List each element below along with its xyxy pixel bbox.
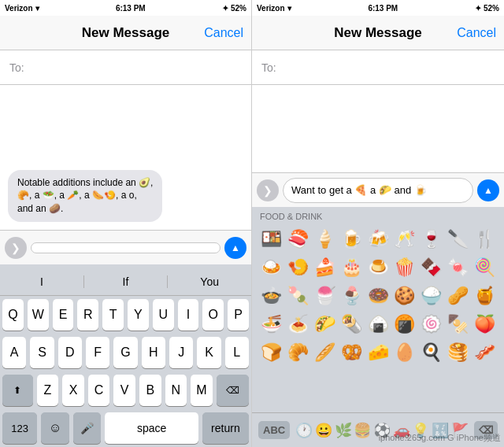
emoji-cell[interactable]: 🍜 [258, 311, 285, 338]
emoji-cell[interactable]: 🥨 [338, 339, 365, 366]
key-num[interactable]: 123 [2, 412, 37, 444]
emoji-cell[interactable]: 🥐 [285, 339, 312, 366]
key-r[interactable]: R [77, 299, 98, 331]
key-a[interactable]: A [2, 337, 26, 368]
key-s[interactable]: S [30, 337, 54, 368]
emoji-cell[interactable]: 🍴 [471, 226, 498, 253]
emoji-cat-nature[interactable]: 🌿 [335, 422, 352, 439]
emoji-cell[interactable]: 🍑 [471, 311, 498, 338]
emoji-cell[interactable]: 🍘 [391, 311, 418, 338]
key-b[interactable]: B [139, 375, 161, 406]
emoji-cell[interactable]: 🥞 [444, 339, 471, 366]
expand-button-right[interactable]: ❯ [257, 179, 279, 201]
key-e[interactable]: E [53, 299, 74, 331]
emoji-cell[interactable]: 🎂 [338, 254, 365, 281]
emoji-cell[interactable]: 🍷 [418, 226, 445, 253]
emoji-cell[interactable]: 🥜 [444, 283, 471, 309]
to-field-right[interactable]: To: [252, 50, 504, 85]
emoji-cell[interactable]: 🍝 [285, 311, 312, 338]
suggestion-i[interactable]: I [0, 275, 84, 288]
emoji-cell[interactable]: 🍺 [338, 226, 365, 253]
emoji-cell[interactable]: 🍻 [365, 226, 391, 253]
emoji-cell[interactable]: 🍞 [258, 339, 285, 366]
emoji-cat-symbols[interactable]: 🔣 [432, 422, 449, 439]
emoji-cell[interactable]: 🌯 [338, 311, 365, 338]
emoji-cell[interactable]: 🍱 [258, 226, 285, 253]
emoji-cell[interactable]: 🍩 [365, 283, 391, 309]
suggestion-you[interactable]: You [168, 275, 251, 288]
emoji-cat-smileys[interactable]: 😀 [315, 422, 332, 439]
emoji-cell[interactable]: 🍧 [312, 283, 339, 309]
key-delete[interactable]: ⌫ [217, 375, 249, 406]
emoji-delete-button[interactable]: ⌫ [474, 421, 498, 439]
emoji-cell[interactable]: 🥓 [471, 339, 498, 366]
key-h[interactable]: H [142, 337, 165, 368]
key-i[interactable]: I [178, 299, 199, 331]
key-l[interactable]: L [225, 337, 249, 368]
emoji-cell[interactable]: 🍫 [418, 254, 445, 281]
key-z[interactable]: Z [37, 375, 59, 406]
key-g[interactable]: G [113, 337, 137, 368]
key-c[interactable]: C [88, 375, 110, 406]
emoji-cell[interactable]: 🍡 [285, 283, 312, 309]
key-d[interactable]: D [58, 337, 82, 368]
emoji-cell[interactable]: 🍙 [365, 311, 391, 338]
key-f[interactable]: F [86, 337, 109, 368]
emoji-cell[interactable]: 🍣 [285, 226, 312, 253]
emoji-cell[interactable]: 🍦 [312, 226, 339, 253]
emoji-cat-flags[interactable]: 🚩 [451, 422, 469, 439]
key-mic[interactable]: 🎤 [73, 412, 102, 444]
emoji-cell[interactable]: 🌮 [312, 311, 339, 338]
send-button-left[interactable] [224, 237, 246, 259]
expand-button-left[interactable]: ❯ [5, 237, 27, 259]
emoji-cell[interactable]: 🥚 [391, 339, 418, 366]
emoji-cat-food[interactable]: 🍔 [354, 422, 371, 439]
key-emoji[interactable]: ☺ [41, 412, 69, 444]
key-u[interactable]: U [153, 299, 174, 331]
emoji-cell[interactable]: 🥂 [391, 226, 418, 253]
to-field-left[interactable]: To: [0, 50, 251, 85]
emoji-cell[interactable]: 🍪 [391, 283, 418, 309]
key-t[interactable]: T [102, 299, 124, 331]
emoji-cell[interactable]: 🔪 [444, 226, 471, 253]
key-w[interactable]: W [28, 299, 49, 331]
key-k[interactable]: K [197, 337, 220, 368]
emoji-cell[interactable]: 🍿 [391, 254, 418, 281]
emoji-cell[interactable]: 🍮 [365, 254, 391, 281]
emoji-abc-button[interactable]: ABC [258, 421, 290, 439]
emoji-cat-objects[interactable]: 💡 [412, 422, 429, 439]
key-p[interactable]: P [228, 299, 249, 331]
send-button-right[interactable] [477, 179, 499, 201]
emoji-cell[interactable]: 🍥 [418, 311, 445, 338]
emoji-cat-travel[interactable]: 🚗 [393, 422, 410, 439]
cancel-button-right[interactable]: Cancel [457, 26, 496, 40]
emoji-cell[interactable]: 🧀 [365, 339, 391, 366]
emoji-cell[interactable]: 🍬 [444, 254, 471, 281]
emoji-cell[interactable]: 🍢 [444, 311, 471, 338]
emoji-cell[interactable]: 🍛 [258, 254, 285, 281]
emoji-cell[interactable]: 🍭 [471, 254, 498, 281]
emoji-cell[interactable]: 🍳 [418, 339, 445, 366]
emoji-cat-activity[interactable]: ⚽ [373, 422, 391, 439]
key-o[interactable]: O [202, 299, 224, 331]
key-v[interactable]: V [113, 375, 135, 406]
emoji-cat-recent[interactable]: 🕐 [295, 422, 313, 439]
emoji-cell[interactable]: 🍤 [285, 254, 312, 281]
emoji-cell[interactable]: 🍨 [338, 283, 365, 309]
key-x[interactable]: X [62, 375, 84, 406]
key-n[interactable]: N [165, 375, 187, 406]
key-q[interactable]: Q [2, 299, 24, 331]
emoji-cell[interactable]: 🍰 [312, 254, 339, 281]
key-shift[interactable]: ⬆ [2, 375, 33, 406]
key-space[interactable]: space [105, 412, 198, 444]
key-return[interactable]: return [202, 412, 249, 444]
key-j[interactable]: J [169, 337, 193, 368]
emoji-cell[interactable]: 🍲 [258, 283, 285, 309]
emoji-cell[interactable]: 🍚 [418, 283, 445, 309]
key-y[interactable]: Y [128, 299, 149, 331]
emoji-cell[interactable]: 🥖 [312, 339, 339, 366]
cancel-button-left[interactable]: Cancel [204, 26, 243, 40]
suggestion-if[interactable]: If [84, 275, 169, 288]
emoji-cell[interactable]: 🍯 [471, 283, 498, 309]
message-input-left[interactable] [31, 242, 220, 253]
